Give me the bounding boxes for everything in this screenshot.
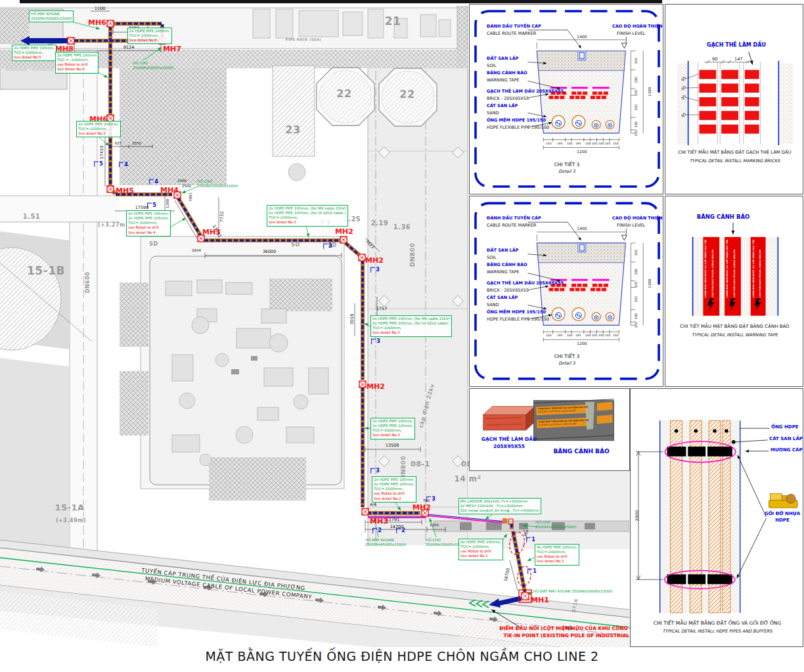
- manhole-label-mh2: MH2: [413, 504, 431, 511]
- section-marker-5: 5: [94, 162, 103, 168]
- label-ong-hdpe: ỐNG HDPE: [771, 425, 799, 430]
- section-marker-4: 4: [119, 162, 128, 168]
- pipes-buffers-panel: 2000 ỐNG HDPE CÁT SAN LẤP MƯƠNG CÁP GỐI …: [630, 388, 803, 647]
- plan-label: 7022: [365, 239, 376, 250]
- note-line: TOC=-1000mm,: [128, 221, 169, 225]
- label-cat-san-lap: CÁT SAN LẤP: [769, 437, 803, 441]
- dim-b2: 100: [567, 143, 573, 146]
- plan-label: 16700: [504, 568, 511, 582]
- dim-depth-total: 1300: [648, 279, 652, 288]
- tape-text-vi: CẢNH BÁO BÊN DƯỚI CÓ CÁP ĐIỆN CAO THẾ: [726, 240, 729, 298]
- dim-trench-width: 1400: [537, 35, 627, 39]
- plan-label: 2550: [132, 142, 141, 146]
- plan-label: (+3.49m): [56, 518, 86, 524]
- annotation-note: 2x HDPE PIPE 195mm, (for MV cable 22kV)2…: [267, 205, 348, 227]
- dim-depth-total: 1300: [648, 87, 652, 97]
- section-marker-3: 3: [371, 339, 380, 345]
- plan-label: 22: [336, 89, 351, 99]
- pipes-dim-lines: [636, 452, 663, 580]
- label-cable-route-marker-vi: ĐÁNH DẤU TUYẾN CÁP: [487, 216, 541, 221]
- plan-label: 17410: [100, 146, 104, 160]
- label-soil-vi: ĐẤT SAN LẤP: [487, 56, 519, 61]
- label-buffer-1: GỐI ĐỠ NHỰA: [761, 511, 804, 516]
- dim-bottom-total: 1200: [537, 150, 627, 154]
- label-brick-vi: GẠCH THẺ LÀM DẤU 205X95X55: [487, 89, 564, 94]
- buffer-image: [769, 493, 797, 508]
- note-line: HỐ CHỜ: [535, 520, 576, 525]
- note-line: ELV metal conduit 20 mmφ , FL=+5000mm: [460, 508, 539, 513]
- plan-label: 36000: [263, 250, 277, 254]
- note-line: 2500Wx2000Dx1500H: [133, 66, 173, 70]
- brick-grid: [700, 70, 759, 133]
- plan-label: 2502: [182, 185, 191, 189]
- trench-caption-en: Detail 3: [470, 169, 664, 174]
- tape-text-en: CAUTION ELECTRICAL CABLE BELOW: [712, 240, 715, 298]
- dim-depth-2: 295: [635, 77, 638, 83]
- plan-label: 15-1B: [27, 265, 65, 277]
- dim-b8: 150: [613, 334, 619, 338]
- trench-detail-panel-1: ĐÁNH DẤU TUYẾN CÁP CABLE ROUTE MARKER CA…: [469, 4, 663, 194]
- plan-label: 21: [385, 16, 401, 27]
- note-line: See detail No.3: [372, 433, 413, 437]
- trench-caption-vi: CHI TIẾT 3: [470, 162, 664, 168]
- plan-label: (+3.27m): [98, 223, 128, 228]
- section-marker-2: 2: [396, 528, 405, 534]
- note-line: See detail No.2: [374, 497, 414, 501]
- note-line: TOC=-1000mm,: [372, 326, 450, 330]
- tape-text-en: CAUTION ELECTRICAL CABLE BELOW: [759, 240, 762, 298]
- annotation-note: HỐ ĐẶT MÁY KHOAN 2500Wx2000Dx1500H: [532, 589, 614, 594]
- note-line: See detail No.3: [372, 330, 450, 335]
- note-line: 4x HDPE PIPE 195mm,: [537, 545, 577, 550]
- plan-label: 1.36: [393, 224, 411, 231]
- note-line: use Robot to drill: [57, 62, 97, 67]
- label-cable-route-marker-en: CABLE ROUTE MARKER: [487, 32, 536, 36]
- note-line: use Robot to drill: [537, 554, 577, 559]
- tape-text-en: CAUTION ELECTRICAL CABLE BELOW: [734, 240, 736, 298]
- annotation-note: 2x HDPE PIPE 195mm,2x HDPE PIPE 105mm,TO…: [372, 476, 416, 503]
- dim-90: 90: [712, 57, 717, 62]
- label-soil-vi: ĐẤT SAN LẤP: [487, 248, 519, 253]
- label-sand-en: SAND: [487, 303, 499, 307]
- label-pipe-en: HDPE FLEXIBLE PIPE 195/150: [487, 317, 549, 322]
- note-line: 2x HDPE PIPE 195mm: [57, 53, 97, 58]
- dim-b6: 100: [598, 143, 604, 146]
- label-brick-en: BRICK - 205X95X55: [487, 97, 529, 101]
- note-line: 2x HDPE PIPE 105mm, (for LV &ELV cable ): [269, 211, 346, 215]
- photo-tape-label: BĂNG CẢNH BÁO: [542, 448, 621, 455]
- plan-label: 2804: [192, 249, 201, 253]
- tie-in-note: TIE-IN POINT (EXISTING POLE OF INDUSTRIA…: [504, 633, 649, 638]
- section-marker-3: 3: [323, 244, 332, 250]
- note-line: See detail No.3: [269, 220, 346, 225]
- note-line: 2x HDPE PIPE 105mm,: [372, 424, 413, 428]
- note-line: See detail No.6: [57, 67, 97, 72]
- label-buffer-2: HDPE: [761, 518, 804, 523]
- annotation-note: 2x HDPE PIPE 195mm,TOC=-1000mm,See detai…: [12, 45, 56, 61]
- dim-depth-6: 150: [635, 130, 638, 137]
- plan-label: 1757: [376, 307, 388, 311]
- drawing-sheet: 2122222315-1B1.5115-1A(+3.49m)(+3.27m)2.…: [0, 0, 804, 672]
- label-finish-level-vi: CAO ĐỘ HOÀN THIỆN: [612, 216, 663, 221]
- section-marker-3: 3: [370, 468, 380, 474]
- annotation-note: 4x HDPE PIPE 195mm,TOC=-2000mm,use Robot…: [535, 544, 579, 566]
- annotation-note: HỐ CHỜ2500Wx2000Dx1500H: [534, 520, 577, 530]
- note-line: 2x HDPE PIPE 105mm, (for LV &ELV cable): [372, 321, 450, 326]
- dim-bottom-total: 1200: [537, 342, 627, 346]
- label-soil-en: SOIL: [487, 64, 497, 68]
- finish-level-symbol: [621, 235, 627, 240]
- plan-label: 08-1: [411, 460, 430, 468]
- label-finish-level-vi: CAO ĐỘ HOÀN THIỆN: [612, 24, 663, 29]
- manhole-label-mh3: MH3: [370, 518, 388, 525]
- label-warning-tape-vi: BĂNG CẢNH BÁO: [487, 263, 527, 267]
- annotation-note: 2x HDPE PIPE 195mm, (for MV cable 22kV)2…: [370, 315, 452, 337]
- dim-b3: 195: [575, 143, 581, 146]
- plan-label: 14 m²: [454, 475, 481, 483]
- label-pipe-vi: ỐNG MỀM HDPE 195/150: [487, 118, 546, 123]
- section-marker-3: 3: [426, 497, 436, 503]
- note-line: 2500Wx5000Dx1500H: [31, 16, 72, 21]
- dim-depth-5: 195: [635, 122, 638, 128]
- dim-depth-3: 105: [635, 90, 638, 97]
- note-line: 2x HDPE PIPE 195mm,: [374, 478, 414, 482]
- dim-b7: 105: [605, 334, 611, 338]
- dim-b2: 100: [567, 334, 573, 338]
- note-line: MV LADDER 300x100, FL=+5000mm: [460, 499, 539, 504]
